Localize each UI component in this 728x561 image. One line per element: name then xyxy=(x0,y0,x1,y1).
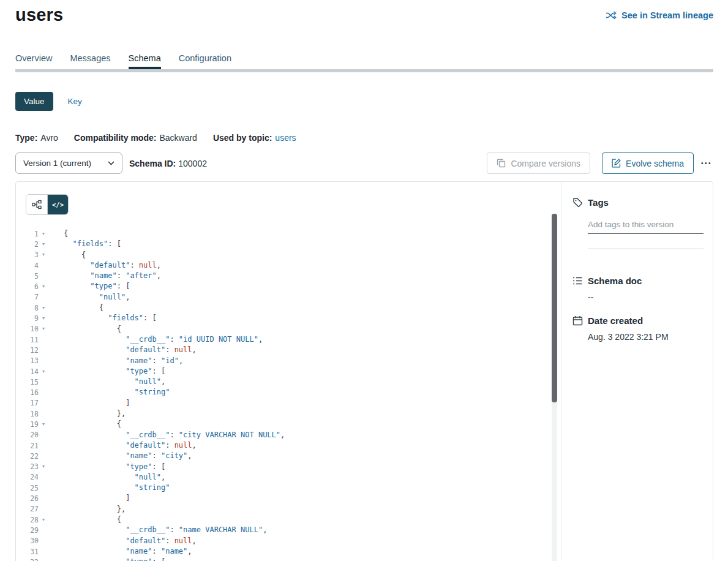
fold-arrow-icon[interactable]: ▾ xyxy=(39,242,48,247)
tab-schema[interactable]: Schema xyxy=(129,53,161,69)
code-text: "string" xyxy=(48,387,170,397)
value-tab-button[interactable]: Value xyxy=(15,92,53,111)
compare-versions-button[interactable]: Compare versions xyxy=(487,152,590,174)
stream-lineage-link[interactable]: See in Stream lineage xyxy=(606,10,713,20)
code-line: 8▾ { xyxy=(16,303,561,313)
code-text: ] xyxy=(48,398,130,409)
fold-arrow-icon[interactable]: ▾ xyxy=(39,232,48,236)
fold-arrow-icon[interactable]: ▾ xyxy=(39,284,48,289)
code-text: { xyxy=(48,250,86,260)
line-number: 28 xyxy=(16,516,39,524)
code-icon: </> xyxy=(52,201,64,208)
code-line: 25 "string" xyxy=(16,483,561,493)
view-toggle: </> xyxy=(26,194,69,215)
list-icon xyxy=(572,276,583,286)
code-text: "name": "name", xyxy=(48,546,192,557)
code-line: 6▾ "type": [ xyxy=(16,281,561,292)
code-text: "null", xyxy=(48,472,165,483)
key-tab-button[interactable]: Key xyxy=(68,97,82,106)
code-text: "default": null, xyxy=(48,260,161,271)
schema-sidebar: Tags Schema doc -- xyxy=(561,182,713,561)
fold-arrow-icon[interactable]: ▾ xyxy=(39,316,48,321)
line-number: 4 xyxy=(16,262,39,270)
fold-arrow-icon[interactable]: ▾ xyxy=(39,464,48,469)
date-created-title: Date created xyxy=(588,315,643,326)
code-line: 9▾ "fields": [ xyxy=(16,313,561,323)
schema-id: Schema ID:100002 xyxy=(129,159,207,168)
code-text: { xyxy=(48,419,121,429)
line-number: 30 xyxy=(16,537,39,545)
evolve-schema-button[interactable]: Evolve schema xyxy=(602,152,694,174)
fold-arrow-icon[interactable]: ▾ xyxy=(39,326,48,331)
stream-lineage-label: See in Stream lineage xyxy=(621,10,713,20)
line-number: 16 xyxy=(16,388,39,397)
tags-title: Tags xyxy=(588,197,609,208)
line-number: 22 xyxy=(16,452,39,461)
code-text: "name": "city", xyxy=(48,451,192,461)
code-line: 7 "null", xyxy=(16,292,561,303)
fold-arrow-icon[interactable]: ▾ xyxy=(39,518,48,522)
code-view-button[interactable]: </> xyxy=(47,195,68,214)
code-text: "type": [ xyxy=(48,557,165,561)
tags-input[interactable] xyxy=(588,219,704,234)
tab-messages[interactable]: Messages xyxy=(70,53,110,69)
code-text: { xyxy=(48,228,68,239)
code-text: "fields": [ xyxy=(48,239,121,249)
tabs-scrollbar[interactable] xyxy=(15,69,713,72)
code-scrollbar-thumb[interactable] xyxy=(552,214,557,402)
fold-arrow-icon[interactable]: ▾ xyxy=(39,252,48,257)
line-number: 13 xyxy=(16,356,39,365)
compatibility-value: Backward xyxy=(159,133,197,143)
edit-icon xyxy=(612,159,621,168)
version-select-value: Version 1 (current) xyxy=(23,159,91,168)
code-text: "null", xyxy=(48,377,165,387)
code-text: { xyxy=(48,303,103,313)
more-options-button[interactable]: ••• xyxy=(700,156,713,170)
code-text: "string" xyxy=(48,483,170,493)
code-text: "name": "after", xyxy=(48,271,161,281)
schema-controls: Version 1 (current) Schema ID:100002 Com… xyxy=(15,152,713,174)
code-scrollbar[interactable] xyxy=(552,214,557,561)
line-number: 21 xyxy=(16,442,39,450)
code-line: 4 "default": null, xyxy=(16,260,561,271)
line-number: 24 xyxy=(16,473,39,481)
line-number: 10 xyxy=(16,325,39,333)
code-line: 29 "__crdb__": "name VARCHAR NULL", xyxy=(16,525,561,535)
code-line: 2▾ "fields": [ xyxy=(16,239,561,249)
date-created-value: Aug. 3 2022 3:21 PM xyxy=(588,332,704,342)
tabs: OverviewMessagesSchemaConfiguration xyxy=(15,53,713,69)
type-label: Type: xyxy=(15,133,37,143)
line-number: 15 xyxy=(16,378,39,386)
tags-section: Tags xyxy=(572,197,704,249)
code-line: 1▾{ xyxy=(16,228,561,239)
date-created-section: Date created Aug. 3 2022 3:21 PM xyxy=(572,315,704,342)
fold-arrow-icon[interactable]: ▾ xyxy=(39,369,48,374)
code-line: 15 "null", xyxy=(16,377,561,387)
code-line: 24 "null", xyxy=(16,472,561,483)
line-number: 29 xyxy=(16,526,39,535)
copy-icon xyxy=(497,159,506,168)
calendar-icon xyxy=(572,315,583,326)
version-select[interactable]: Version 1 (current) xyxy=(15,152,122,174)
line-number: 20 xyxy=(16,431,39,439)
line-number: 32 xyxy=(16,558,39,561)
code-text: "__crdb__": "id UUID NOT NULL", xyxy=(48,334,263,345)
code-line: 3▾ { xyxy=(16,250,561,260)
tree-view-button[interactable] xyxy=(26,195,47,214)
topic-link[interactable]: users xyxy=(275,133,296,143)
fold-arrow-icon[interactable]: ▾ xyxy=(39,422,48,427)
tab-configuration[interactable]: Configuration xyxy=(179,53,231,69)
compare-versions-label: Compare versions xyxy=(511,159,580,168)
code-text: "__crdb__": "name VARCHAR NULL", xyxy=(48,525,267,535)
divider xyxy=(588,248,704,249)
code-line: 32▾ "type": [ xyxy=(16,557,561,561)
line-number: 27 xyxy=(16,505,39,513)
code-text: { xyxy=(48,324,121,334)
code-line: 28▾ { xyxy=(16,514,561,525)
page-title: users xyxy=(15,5,63,25)
tab-overview[interactable]: Overview xyxy=(15,53,52,69)
code-text: "type": [ xyxy=(48,462,165,472)
schema-doc-title: Schema doc xyxy=(588,276,642,286)
fold-arrow-icon[interactable]: ▾ xyxy=(39,306,48,311)
schema-meta: Type:Avro Compatibility mode:Backward Us… xyxy=(15,133,713,143)
